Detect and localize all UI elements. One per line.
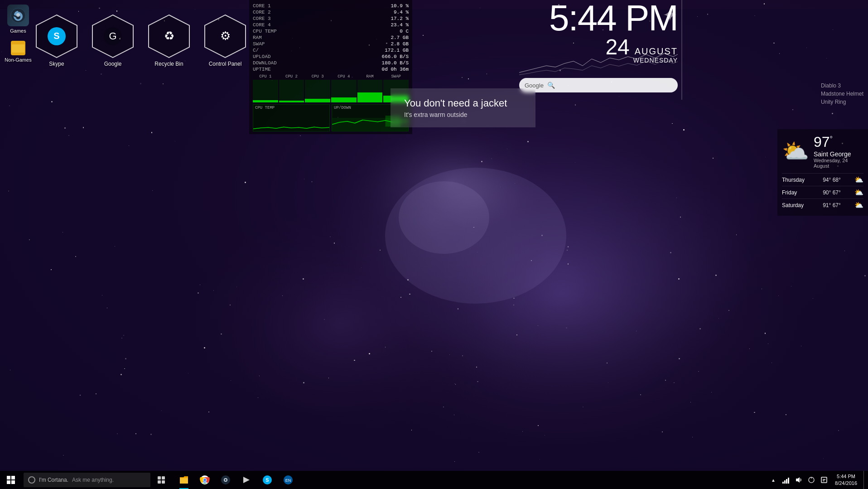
taskbar-pinned-icons: S EN <box>174 471 298 489</box>
hex-icons-row: S Skype G Google <box>32 14 250 67</box>
desktop: Games Non-Games S <box>0 0 868 489</box>
svg-text:S: S <box>265 477 269 483</box>
system-monitor-widget: CORE 110.9 %CORE 29.4 %CORE 317.2 %CORE … <box>249 0 412 134</box>
svg-text:G: G <box>109 30 116 42</box>
compass-decoration: ✦ <box>662 5 678 25</box>
updown-label: UP/DOWN <box>334 106 351 110</box>
cpu-bar-group: RAM <box>357 74 383 102</box>
taskbar-speech-icon[interactable]: EN <box>278 471 298 489</box>
network-tray-icon[interactable] <box>781 471 791 489</box>
sysmon-row: DOWNLOAD180.0 B/S <box>253 60 409 66</box>
cortana-search-bar[interactable]: I'm Cortana. Ask me anything. <box>24 473 150 487</box>
power-tray-icon[interactable] <box>806 471 817 489</box>
nongames-icon-label: Non-Games <box>5 57 31 63</box>
sysmon-stats: CORE 110.9 %CORE 29.4 %CORE 317.2 %CORE … <box>253 3 409 73</box>
cortana-circle-icon <box>28 476 35 484</box>
svg-text:S: S <box>53 31 59 41</box>
google-icon-inner: G <box>99 23 126 50</box>
weather-temp-unit: ° <box>830 135 833 143</box>
svg-text:EN: EN <box>285 478 291 483</box>
sysmon-row: CORE 29.4 % <box>253 9 409 15</box>
cpu-temp-label: CPU TEMP <box>255 106 275 110</box>
google-hex-icon[interactable]: G Google <box>88 14 138 67</box>
svg-rect-47 <box>821 477 827 483</box>
forecast-row: Friday 90° 67° ⛅ <box>782 186 863 199</box>
skype-icon-inner: S <box>43 23 70 50</box>
recycle-bin-hex-icon[interactable]: ♻ Recycle Bin <box>144 14 194 67</box>
weather-date: Wednesday, 24 August <box>814 158 863 169</box>
taskbar-skype-icon[interactable]: S <box>257 471 277 489</box>
control-panel-hex-icon[interactable]: ⚙ Control Panel <box>200 14 250 67</box>
svg-rect-43 <box>788 478 789 484</box>
diablo-item-0: Madstone Helmet <box>821 90 863 98</box>
google-search-text: Google <box>525 82 544 89</box>
control-panel-icon-inner: ⚙ <box>212 23 239 50</box>
sysmon-row: SWAP2.8 GB <box>253 41 409 47</box>
notification-divider <box>681 0 682 100</box>
cpu-temp-chart: CPU TEMP <box>253 104 330 131</box>
clock-time: 5:44 PM <box>549 0 678 36</box>
svg-rect-24 <box>158 476 161 479</box>
svg-rect-42 <box>786 479 787 484</box>
volume-tray-icon[interactable] <box>793 471 804 489</box>
diablo-title: Diablo 3 <box>821 82 863 90</box>
control-panel-hex-label: Control Panel <box>209 61 242 67</box>
taskbar-explorer-icon[interactable] <box>174 471 194 489</box>
svg-text:♻: ♻ <box>164 29 174 43</box>
steam-icon-image <box>7 5 29 26</box>
taskbar-media-icon[interactable] <box>236 471 256 489</box>
taskbar-clock[interactable]: 5:44 PM 8/24/2016 <box>831 471 861 489</box>
cpu-bar-group: CPU 1 <box>253 74 278 102</box>
svg-point-34 <box>225 479 227 481</box>
steam-desktop-icon[interactable]: Games <box>5 5 32 34</box>
cpu-bar-group: CPU 4 <box>331 74 357 102</box>
svg-marker-44 <box>796 477 800 483</box>
svg-rect-23 <box>11 480 15 484</box>
diablo-items-list: Diablo 3 Madstone Helmet Unity Ring <box>821 82 863 106</box>
taskbar-date: 8/24/2016 <box>835 480 857 487</box>
cpu-bars-chart: CPU 1 CPU 2 CPU 3 CPU 4 RAM SW <box>253 74 409 102</box>
sysmon-row: UPLOAD666.0 B/S <box>253 53 409 60</box>
weather-subtext: It's extra warm outside <box>404 111 522 118</box>
sysmon-row: C/172.1 GB <box>253 47 409 53</box>
weather-headline: You don't need a jacket <box>404 97 522 109</box>
skype-hex-label: Skype <box>49 61 64 67</box>
start-button[interactable] <box>0 471 22 489</box>
show-desktop-button[interactable] <box>863 471 866 489</box>
skype-hex-icon[interactable]: S Skype <box>32 14 82 67</box>
cpu-bar-group: CPU 3 <box>305 74 330 102</box>
action-center-icon[interactable] <box>819 471 829 489</box>
sysmon-row: UPTIME0d 0h 36m <box>253 66 409 73</box>
task-view-button[interactable] <box>152 471 170 489</box>
search-icon[interactable]: 🔍 <box>547 82 555 89</box>
sysmon-row: RAM2.7 GB <box>253 34 409 41</box>
show-hidden-icons[interactable]: ▲ <box>768 471 779 489</box>
weather-city: Saint George <box>814 150 863 158</box>
svg-rect-22 <box>7 480 10 484</box>
svg-point-31 <box>203 479 206 481</box>
weather-forecast: Thursday 94° 68° ⛅ Friday 90° 67° ⛅ Satu… <box>782 173 863 211</box>
svg-rect-26 <box>158 480 161 484</box>
svg-text:⚙: ⚙ <box>220 29 231 43</box>
taskbar-chrome-icon[interactable] <box>195 471 215 489</box>
taskbar: I'm Cortana. Ask me anything. <box>0 471 868 489</box>
google-search-bar[interactable]: Google 🔍 <box>519 78 678 92</box>
sysmon-row: CPU TEMP0 C <box>253 28 409 34</box>
line-graph-widget <box>519 41 678 77</box>
sysmon-row: CORE 110.9 % <box>253 3 409 9</box>
svg-rect-41 <box>784 480 786 484</box>
svg-rect-40 <box>782 482 784 484</box>
recycle-icon-inner: ♻ <box>155 23 183 50</box>
nongames-desktop-icon[interactable]: Non-Games <box>5 41 32 63</box>
cortana-prefix: I'm Cortana. <box>39 477 68 483</box>
svg-rect-20 <box>7 476 10 479</box>
diablo-item-1: Unity Ring <box>821 98 863 106</box>
cortana-placeholder: Ask me anything. <box>72 477 114 483</box>
recycle-hex-label: Recycle Bin <box>154 61 183 67</box>
taskbar-time: 5:44 PM <box>837 473 855 480</box>
sysmon-row: CORE 423.4 % <box>253 22 409 28</box>
weather-current: ⛅ 97° Saint George Wednesday, 24 August <box>782 134 863 169</box>
weather-widget: ⛅ 97° Saint George Wednesday, 24 August … <box>777 129 868 216</box>
taskbar-steam-icon[interactable] <box>216 471 236 489</box>
forecast-row: Thursday 94° 68° ⛅ <box>782 173 863 186</box>
